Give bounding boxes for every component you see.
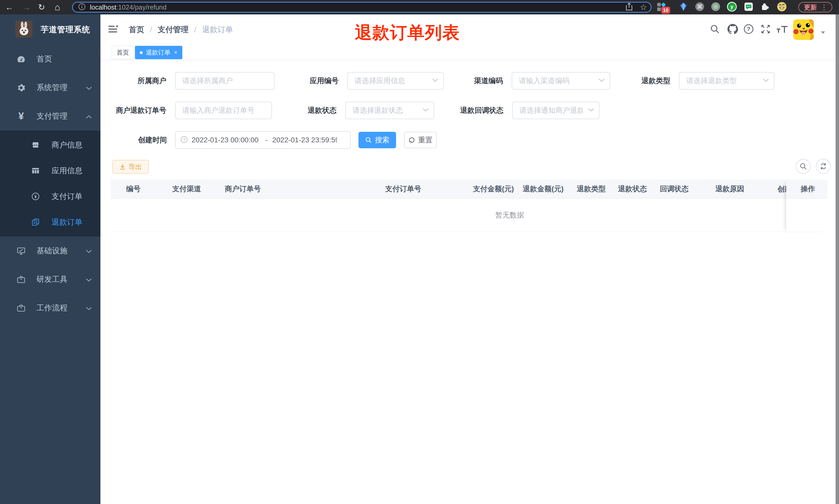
tag-label: 退款订单 xyxy=(146,48,171,57)
address-bar[interactable]: localhost:1024/pay/refund ☆ xyxy=(72,2,651,13)
tag-home[interactable]: 首页 xyxy=(112,46,134,59)
extension-gem-icon[interactable] xyxy=(679,2,688,12)
date-range-separator: - xyxy=(264,136,269,144)
export-button-label: 导出 xyxy=(128,162,142,172)
refund-table: 编号 支付渠道 商户订单号 支付订单号 支付金额(元) 退款金额(元) 退款类型… xyxy=(111,180,827,232)
github-icon[interactable] xyxy=(727,24,738,36)
sidebar-item-label: 首页 xyxy=(37,54,52,64)
sidebar-item-label: 应用信息 xyxy=(52,165,83,176)
sidebar-item-pay[interactable]: ¥ 支付管理 xyxy=(0,102,101,130)
clock-icon xyxy=(180,136,188,144)
sidebar-item-workflow[interactable]: 工作流程 xyxy=(0,294,101,322)
refund-status-select[interactable] xyxy=(345,102,434,119)
sidebar-item-label: 退款订单 xyxy=(52,217,83,228)
refund-type-select[interactable] xyxy=(679,72,774,90)
sidebar-item-label: 支付管理 xyxy=(37,111,68,122)
navbar: 首页 / 支付管理 / 退款订单 退款订单列表 ? xyxy=(101,14,839,45)
sidebar-logo[interactable]: 芋道管理系统 xyxy=(0,14,101,45)
avatar-caret-icon[interactable] xyxy=(820,30,826,35)
reset-button[interactable]: 重置 xyxy=(404,132,437,148)
chevron-down-icon xyxy=(86,247,92,255)
tags-view-bar: 首页 退款订单 × xyxy=(101,45,839,60)
date-end-value[interactable]: 2022-01-23 23:59:59 xyxy=(272,136,337,144)
filter-label: 所属商户 xyxy=(138,76,166,86)
sidebar-toggle-icon[interactable] xyxy=(107,23,119,36)
reload-icon[interactable]: ↻ xyxy=(38,3,45,11)
help-icon[interactable]: ? xyxy=(743,24,754,36)
svg-text:⌘: ⌘ xyxy=(697,4,702,10)
col-header-create-time-clipped: 创建时间 xyxy=(778,180,787,198)
filter-row-2: 商户退款订单号 退款状态 退款回调状态 xyxy=(101,102,836,119)
sidebar-item-label: 支付订单 xyxy=(52,191,83,202)
breadcrumb-home[interactable]: 首页 xyxy=(129,24,144,35)
extension-badge: 10 xyxy=(661,7,670,14)
browser-update-button[interactable]: 更新 ⋮ xyxy=(798,2,832,12)
export-button[interactable]: 导出 xyxy=(112,160,149,174)
storefront-icon xyxy=(30,141,41,149)
col-header-pay-order-no: 支付订单号 xyxy=(385,184,421,194)
tag-refund-order[interactable]: 退款订单 × xyxy=(135,46,182,59)
merchant-refund-no-input[interactable] xyxy=(175,102,272,119)
sidebar-item-label: 基础设施 xyxy=(37,246,68,256)
col-header-pay-amount: 支付金额(元) xyxy=(473,184,514,194)
extensions-puzzle-icon[interactable] xyxy=(760,2,770,13)
create-time-range-picker[interactable]: 创建时间 2022-01-23 00:00:00 - 2022-01-23 23… xyxy=(175,131,351,149)
filter-callback-status: 退款回调状态 xyxy=(512,102,600,119)
filter-refund-status: 退款状态 xyxy=(345,102,434,119)
url-text[interactable]: localhost:1024/pay/refund xyxy=(90,3,167,11)
chevron-down-icon xyxy=(432,78,439,84)
chevron-down-icon xyxy=(422,108,429,113)
sidebar-item-home[interactable]: 首页 xyxy=(0,45,101,73)
sidebar-item-devtools[interactable]: 研发工具 xyxy=(0,265,101,294)
search-icon[interactable] xyxy=(710,24,720,35)
app-title: 芋道管理系统 xyxy=(41,24,90,35)
active-tag-dot xyxy=(140,51,143,54)
channel-select[interactable] xyxy=(512,72,610,90)
table-search-toggle-button[interactable] xyxy=(796,159,811,174)
search-button[interactable]: 搜索 xyxy=(358,132,396,148)
sidebar-item-merchant-info[interactable]: 商户信息 xyxy=(0,132,101,158)
browser-menu-icon[interactable]: ⋮ xyxy=(820,3,828,12)
font-size-icon[interactable] xyxy=(776,24,788,35)
extension-command-icon[interactable]: ⌘ xyxy=(695,2,704,13)
bookmark-star-icon[interactable]: ☆ xyxy=(640,2,647,12)
callback-status-select[interactable] xyxy=(512,102,600,119)
sidebar-item-refund-order[interactable]: 退款订单 xyxy=(0,209,101,235)
breadcrumb-pay[interactable]: 支付管理 xyxy=(158,24,189,35)
tag-close-icon[interactable]: × xyxy=(174,50,177,55)
sidebar-item-pay-order[interactable]: ¥ 支付订单 xyxy=(0,183,101,209)
date-start-value[interactable]: 2022-01-23 00:00:00 xyxy=(192,136,261,144)
app-select[interactable] xyxy=(347,72,444,90)
fixed-action-column-body xyxy=(786,198,827,232)
merchant-input[interactable] xyxy=(175,72,274,90)
sidebar-item-system[interactable]: 系统管理 xyxy=(0,73,101,102)
forward-icon[interactable]: → xyxy=(23,3,31,11)
extension-dot-icon[interactable] xyxy=(711,2,720,13)
page-scrollbar[interactable] xyxy=(836,14,839,504)
col-header-refund-status: 退款状态 xyxy=(618,184,647,194)
site-info-icon[interactable] xyxy=(78,3,86,12)
breadcrumb-separator: / xyxy=(150,25,152,34)
home-icon[interactable]: ⌂ xyxy=(55,3,60,12)
svg-text:?: ? xyxy=(747,26,750,32)
sidebar-item-label: 商户信息 xyxy=(52,140,83,150)
page: ← → ↻ ⌂ localhost:1024/pay/refund ☆ 10 ⌘ xyxy=(0,0,839,504)
grid-table-icon xyxy=(30,166,41,175)
table-refresh-button[interactable] xyxy=(816,159,831,174)
fullscreen-icon[interactable] xyxy=(761,24,771,35)
breadcrumb-separator: / xyxy=(194,25,196,34)
browser-toolbar: ← → ↻ ⌂ localhost:1024/pay/refund ☆ 10 ⌘ xyxy=(0,0,839,14)
col-header-refund-reason: 退款原因 xyxy=(715,184,744,194)
back-icon[interactable]: ← xyxy=(5,3,13,11)
user-avatar[interactable] xyxy=(793,19,814,40)
profile-emoji-icon[interactable] xyxy=(777,2,787,13)
sidebar-item-infra[interactable]: 基础设施 xyxy=(0,237,101,265)
sidebar-item-label: 工作流程 xyxy=(37,303,68,313)
sidebar-item-app-info[interactable]: 应用信息 xyxy=(0,158,101,183)
chevron-down-icon xyxy=(763,78,769,84)
extension-chat-icon[interactable] xyxy=(744,2,753,13)
extension-y-icon[interactable]: y xyxy=(727,2,737,13)
filter-label: 创建时间 xyxy=(138,135,167,145)
chevron-down-icon xyxy=(86,84,92,92)
share-icon[interactable] xyxy=(625,3,633,12)
